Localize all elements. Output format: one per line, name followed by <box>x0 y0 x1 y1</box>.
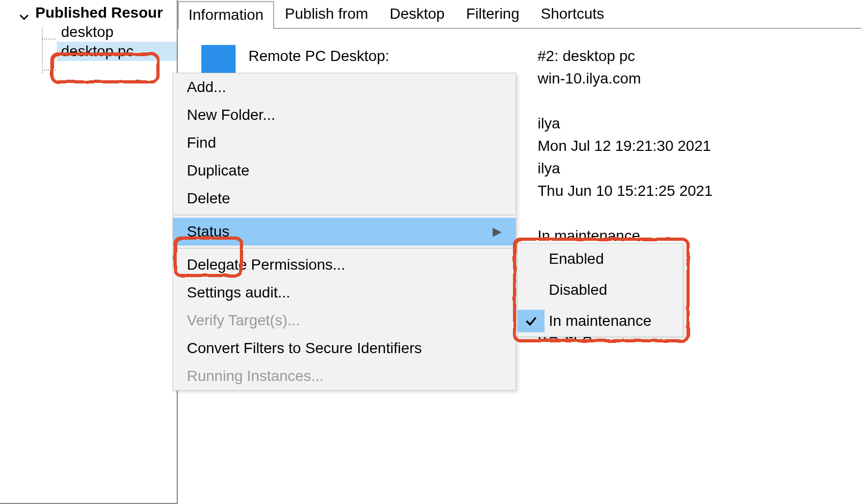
tree-guide <box>42 39 56 40</box>
tab-label: Filtering <box>466 5 519 22</box>
ctx-verify-targets: Verify Target(s)... <box>173 307 516 334</box>
ctx-separator <box>174 248 515 249</box>
ctx-settings-audit[interactable]: Settings audit... <box>173 279 516 307</box>
tab-label: Desktop <box>390 5 445 22</box>
tab-shortcuts[interactable]: Shortcuts <box>530 0 615 28</box>
sub-label: Enabled <box>549 250 604 268</box>
check-slot <box>518 279 545 301</box>
status-disabled[interactable]: Disabled <box>518 274 683 306</box>
ctx-label: Find <box>187 134 216 151</box>
tree-item-label: desktop pc <box>61 43 133 59</box>
ctx-new-folder[interactable]: New Folder... <box>173 101 516 129</box>
info-date2: Thu Jun 10 15:21:25 2021 <box>538 180 713 202</box>
ctx-label: Delegate Permissions... <box>187 256 345 273</box>
submenu-arrow-icon: ▶ <box>493 225 502 239</box>
sub-label: In maintenance <box>549 312 651 330</box>
check-slot <box>518 248 545 270</box>
tree-root-label[interactable]: Published Resour <box>35 4 163 21</box>
ctx-label: Status <box>187 223 229 240</box>
tab-label: Publish from <box>285 5 368 22</box>
spacer <box>538 202 713 225</box>
tab-filtering[interactable]: Filtering <box>455 0 530 28</box>
chevron-down-icon[interactable] <box>18 10 30 27</box>
tab-bar: Information Publish from Desktop Filteri… <box>178 0 861 29</box>
ctx-label: Verify Target(s)... <box>187 312 300 329</box>
ctx-running-instances: Running Instances... <box>173 362 516 390</box>
tab-information[interactable]: Information <box>178 1 274 29</box>
tree-item-desktop[interactable]: desktop <box>57 22 177 42</box>
tree-guide <box>42 70 56 71</box>
ctx-duplicate[interactable]: Duplicate <box>173 157 516 185</box>
info-user1: ilya <box>538 112 713 135</box>
tree-guide <box>42 27 43 73</box>
info-user2: ilya <box>538 157 713 180</box>
info-date1: Mon Jul 12 19:21:30 2021 <box>538 135 713 157</box>
ctx-label: Delete <box>187 190 230 207</box>
ctx-label: Duplicate <box>187 162 250 179</box>
ctx-label: Settings audit... <box>187 284 290 301</box>
tab-desktop[interactable]: Desktop <box>379 0 456 28</box>
sub-label: Disabled <box>549 281 607 299</box>
status-in-maintenance[interactable]: In maintenance <box>518 306 683 337</box>
status-submenu: Enabled Disabled In maintenance <box>517 243 683 337</box>
tree-item-label: desktop <box>61 24 114 40</box>
tab-publish-from[interactable]: Publish from <box>274 0 379 28</box>
tree-item-desktop-pc[interactable]: desktop pc <box>57 42 177 61</box>
info-id: #2: desktop pc <box>538 45 713 67</box>
info-host: win-10.ilya.com <box>538 67 713 90</box>
ctx-label: Running Instances... <box>187 368 323 385</box>
tab-label: Information <box>188 6 263 23</box>
status-enabled[interactable]: Enabled <box>518 243 683 274</box>
ctx-label: New Folder... <box>187 106 275 124</box>
ctx-delegate-permissions[interactable]: Delegate Permissions... <box>173 251 516 279</box>
spacer <box>538 90 713 112</box>
tab-label: Shortcuts <box>541 5 604 22</box>
ctx-delete[interactable]: Delete <box>173 185 516 212</box>
ctx-find[interactable]: Find <box>173 129 516 157</box>
info-heading: Remote PC Desktop: <box>248 45 505 67</box>
ctx-convert-filters[interactable]: Convert Filters to Secure Identifiers <box>173 334 516 362</box>
ctx-status[interactable]: Status ▶ <box>173 218 516 246</box>
ctx-label: Convert Filters to Secure Identifiers <box>187 340 422 357</box>
check-icon <box>518 310 545 332</box>
context-menu: Add... New Folder... Find Duplicate Dele… <box>172 73 516 391</box>
ctx-separator <box>174 215 515 216</box>
tree-panel: Published Resour desktop desktop pc <box>0 0 178 504</box>
ctx-add[interactable]: Add... <box>173 73 516 101</box>
ctx-label: Add... <box>187 79 226 96</box>
